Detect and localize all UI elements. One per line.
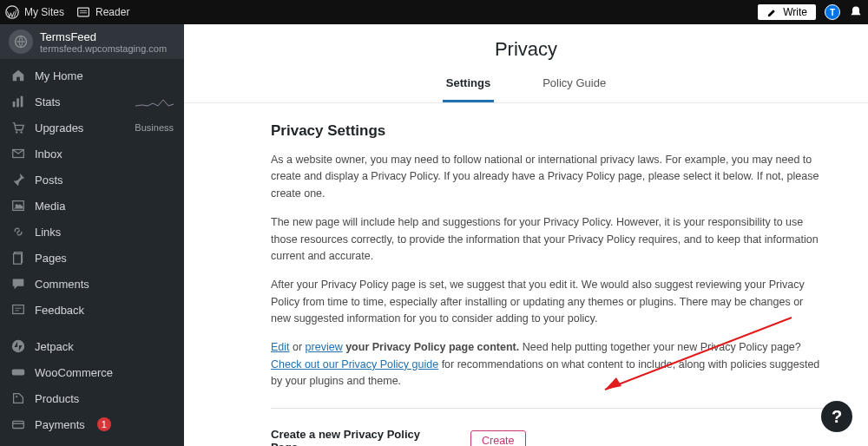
feedback-icon bbox=[10, 302, 26, 318]
mail-icon bbox=[10, 146, 26, 161]
intro-p2: The new page will include help and sugge… bbox=[271, 214, 825, 265]
payments-icon bbox=[10, 416, 26, 432]
create-row: Create a new Privacy Policy Page Create bbox=[271, 423, 825, 447]
svg-rect-1 bbox=[78, 8, 89, 16]
products-icon bbox=[10, 390, 26, 406]
guide-link[interactable]: Check out our Privacy Policy guide bbox=[271, 358, 438, 371]
intro-p3: After your Privacy Policy page is set, w… bbox=[271, 277, 825, 327]
write-label: Write bbox=[783, 6, 807, 18]
svg-point-8 bbox=[16, 131, 17, 133]
sidebar-item-links[interactable]: Links bbox=[0, 219, 184, 245]
reader-icon bbox=[76, 5, 90, 19]
cart-icon bbox=[10, 120, 26, 135]
svg-rect-19 bbox=[12, 369, 24, 375]
notifications-icon[interactable] bbox=[849, 5, 863, 19]
write-button[interactable]: Write bbox=[758, 4, 816, 20]
site-name: TermsFeed bbox=[40, 30, 167, 43]
site-avatar-icon bbox=[9, 30, 33, 54]
section-heading: Privacy Settings bbox=[271, 122, 825, 140]
site-switcher[interactable]: TermsFeed termsfeed.wpcomstaging.com bbox=[0, 24, 184, 59]
svg-rect-14 bbox=[14, 254, 22, 265]
sidebar-item-woocommerce[interactable]: WooCommerce bbox=[0, 359, 184, 385]
plan-label: Business bbox=[135, 122, 174, 133]
admin-bar: My Sites Reader Write T bbox=[0, 0, 868, 24]
edit-link[interactable]: Edit bbox=[271, 341, 290, 353]
svg-point-9 bbox=[20, 131, 22, 133]
pin-icon bbox=[10, 172, 26, 187]
sidebar-item-media[interactable]: Media bbox=[0, 193, 184, 219]
sidebar-item-stats[interactable]: Stats bbox=[0, 89, 184, 115]
preview-link[interactable]: preview bbox=[306, 341, 343, 353]
tab-policy-guide[interactable]: Policy Guide bbox=[539, 68, 609, 102]
svg-rect-15 bbox=[13, 305, 24, 314]
sidebar-item-upgrades[interactable]: UpgradesBusiness bbox=[0, 115, 184, 141]
analytics-icon bbox=[10, 443, 26, 446]
sidebar-item-posts[interactable]: Posts bbox=[0, 167, 184, 193]
stats-icon bbox=[10, 94, 26, 109]
sidebar-item-inbox[interactable]: Inbox bbox=[0, 141, 184, 167]
create-label: Create a new Privacy Policy Page bbox=[271, 428, 444, 447]
sidebar-item-jetpack[interactable]: Jetpack bbox=[0, 333, 184, 359]
reader-link[interactable]: Reader bbox=[76, 5, 129, 19]
sparkline-icon bbox=[135, 95, 174, 108]
sidebar-item-comments[interactable]: Comments bbox=[0, 271, 184, 297]
svg-rect-21 bbox=[13, 421, 24, 428]
reader-label: Reader bbox=[95, 6, 129, 18]
help-button[interactable]: ? bbox=[821, 401, 852, 432]
svg-rect-6 bbox=[16, 98, 19, 107]
media-icon bbox=[10, 198, 26, 213]
pages-icon bbox=[10, 250, 26, 266]
tabs: Settings Policy Guide bbox=[184, 68, 868, 103]
sidebar-item-analytics[interactable]: Analytics bbox=[0, 437, 184, 446]
jetpack-icon bbox=[10, 338, 26, 354]
payments-badge: 1 bbox=[97, 417, 111, 431]
wordpress-icon bbox=[5, 5, 19, 19]
woo-icon bbox=[10, 364, 26, 380]
intro-p1: As a website owner, you may need to foll… bbox=[271, 152, 825, 202]
tab-settings[interactable]: Settings bbox=[443, 68, 494, 102]
comment-icon bbox=[10, 276, 26, 292]
sidebar: TermsFeed termsfeed.wpcomstaging.com My … bbox=[0, 24, 184, 446]
create-button[interactable]: Create bbox=[470, 430, 526, 447]
sidebar-item-products[interactable]: Products bbox=[0, 385, 184, 411]
link-icon bbox=[10, 224, 26, 239]
main-content: Privacy Settings Policy Guide Privacy Se… bbox=[184, 24, 868, 446]
sidebar-item-home[interactable]: My Home bbox=[0, 62, 184, 89]
sidebar-item-pages[interactable]: Pages bbox=[0, 245, 184, 271]
site-domain: termsfeed.wpcomstaging.com bbox=[40, 43, 167, 54]
wp-logo[interactable]: My Sites bbox=[5, 5, 64, 19]
sidebar-item-payments[interactable]: Payments1 bbox=[0, 411, 184, 437]
svg-point-18 bbox=[12, 340, 24, 352]
home-icon bbox=[10, 68, 26, 83]
page-title: Privacy bbox=[184, 38, 868, 61]
divider bbox=[271, 408, 825, 409]
user-avatar[interactable]: T bbox=[825, 4, 840, 20]
intro-p4: Edit or preview your Privacy Policy page… bbox=[271, 339, 825, 390]
sidebar-item-feedback[interactable]: Feedback bbox=[0, 297, 184, 323]
svg-rect-7 bbox=[21, 96, 23, 108]
pencil-icon bbox=[766, 7, 778, 18]
my-sites-label: My Sites bbox=[24, 6, 64, 18]
svg-rect-5 bbox=[13, 102, 16, 107]
svg-point-20 bbox=[16, 396, 17, 397]
